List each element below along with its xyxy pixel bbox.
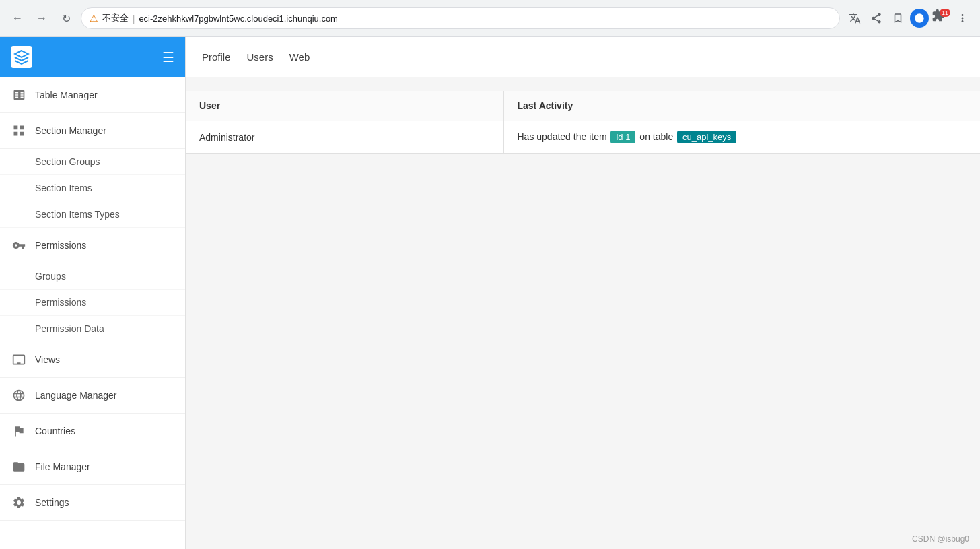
file-manager-label: File Manager <box>35 461 90 472</box>
cell-activity: Has updated the item id 1 on table cu_ap… <box>503 121 980 154</box>
folder-icon <box>11 459 27 475</box>
section-items-label: Section Items <box>35 183 92 193</box>
table-row: Administrator Has updated the item id 1 … <box>186 121 980 154</box>
nav-web[interactable]: Web <box>289 49 310 65</box>
bookmark-button[interactable] <box>888 9 907 28</box>
section-groups-label: Section Groups <box>35 156 100 167</box>
insecure-label: 不安全 <box>102 12 129 24</box>
browser-chrome: ← → ↻ ⚠ 不安全 | eci-2zehkhkwl7pgbwlnt5wc.c… <box>0 0 980 37</box>
hamburger-button[interactable]: ☰ <box>162 49 174 65</box>
sidebar-item-settings[interactable]: Settings <box>0 485 185 521</box>
key-icon <box>11 237 27 253</box>
settings-label: Settings <box>35 497 69 508</box>
sidebar-item-section-groups[interactable]: Section Groups <box>0 149 185 175</box>
language-icon <box>11 387 27 403</box>
forward-button[interactable]: → <box>32 9 51 28</box>
footer: CSDN @isbug0 <box>186 529 980 549</box>
activity-text-mid: on table <box>639 131 673 142</box>
sidebar-item-permission-data[interactable]: Permission Data <box>0 316 185 342</box>
sidebar-item-permissions-sub[interactable]: Permissions <box>0 290 185 316</box>
url-text: eci-2zehkhkwl7pgbwlnt5wc.cloudeci1.ichun… <box>139 13 338 24</box>
flag-icon <box>11 423 27 439</box>
settings-icon <box>11 494 27 511</box>
permission-data-label: Permission Data <box>35 323 104 334</box>
nav-profile[interactable]: Profile <box>202 49 231 65</box>
sidebar-item-section-items-types[interactable]: Section Items Types <box>0 201 185 228</box>
monitor-icon <box>11 352 27 368</box>
permissions-sub-label: Permissions <box>35 297 86 308</box>
cell-user: Administrator <box>186 121 503 154</box>
views-label: Views <box>35 354 60 365</box>
more-button[interactable] <box>953 9 972 28</box>
browser-actions: 11 <box>845 9 972 28</box>
table-manager-label: Table Manager <box>35 90 98 100</box>
top-nav: Profile Users Web <box>186 37 980 77</box>
svg-point-0 <box>915 13 923 22</box>
grid-icon <box>11 123 27 139</box>
sidebar-item-countries[interactable]: Countries <box>0 414 185 449</box>
sidebar-header: ☰ <box>0 37 185 77</box>
activity-text-pre: Has updated the item <box>518 131 607 142</box>
sidebar-item-file-manager[interactable]: File Manager <box>0 449 185 485</box>
app-container: ☰ Table Manager Section Manager Section … <box>0 37 980 549</box>
security-warning-icon: ⚠ <box>90 13 98 24</box>
activity-badge-table: cu_api_keys <box>677 131 736 143</box>
main-content: Profile Users Web User Last Activity Adm… <box>186 37 980 549</box>
extensions-button[interactable]: 11 <box>932 9 950 28</box>
notification-count: 11 <box>940 9 950 17</box>
reload-button[interactable]: ↻ <box>57 9 75 28</box>
table-icon <box>11 87 27 103</box>
groups-label: Groups <box>35 271 66 282</box>
sidebar-item-views[interactable]: Views <box>0 342 185 378</box>
permissions-label: Permissions <box>35 240 86 251</box>
sidebar-item-section-manager[interactable]: Section Manager <box>0 113 185 149</box>
nav-users[interactable]: Users <box>247 49 273 65</box>
section-manager-label: Section Manager <box>35 125 106 136</box>
translate-button[interactable] <box>845 9 864 28</box>
sidebar-item-permissions[interactable]: Permissions <box>0 228 185 263</box>
section-items-types-label: Section Items Types <box>35 209 120 220</box>
back-button[interactable]: ← <box>8 9 27 28</box>
app-logo <box>11 46 32 68</box>
share-button[interactable] <box>867 9 886 28</box>
language-manager-label: Language Manager <box>35 390 116 401</box>
sidebar-item-language-manager[interactable]: Language Manager <box>0 378 185 414</box>
content-area: User Last Activity Administrator Has upd… <box>186 77 980 529</box>
activity-table: User Last Activity Administrator Has upd… <box>186 91 980 154</box>
activity-badge-id: id 1 <box>610 131 635 143</box>
user-profile-button[interactable] <box>910 9 929 28</box>
sidebar-item-section-items[interactable]: Section Items <box>0 175 185 201</box>
address-bar[interactable]: ⚠ 不安全 | eci-2zehkhkwl7pgbwlnt5wc.cloudec… <box>81 7 840 29</box>
sidebar-item-groups[interactable]: Groups <box>0 263 185 290</box>
sidebar: ☰ Table Manager Section Manager Section … <box>0 37 186 549</box>
sidebar-item-table-manager[interactable]: Table Manager <box>0 77 185 113</box>
countries-label: Countries <box>35 426 75 437</box>
address-separator: | <box>133 13 135 24</box>
col-header-activity: Last Activity <box>503 91 980 121</box>
col-header-user: User <box>186 91 503 121</box>
footer-text: CSDN @isbug0 <box>912 534 969 544</box>
